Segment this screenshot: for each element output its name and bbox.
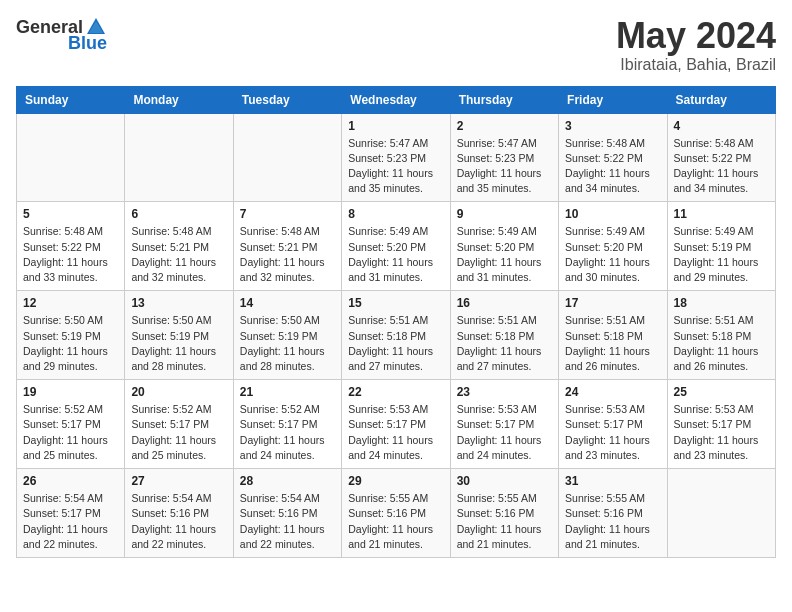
day-number: 6 <box>131 207 226 221</box>
week-row-2: 12Sunrise: 5:50 AM Sunset: 5:19 PM Dayli… <box>17 291 776 380</box>
day-cell: 8Sunrise: 5:49 AM Sunset: 5:20 PM Daylig… <box>342 202 450 291</box>
day-cell: 23Sunrise: 5:53 AM Sunset: 5:17 PM Dayli… <box>450 380 558 469</box>
header-friday: Friday <box>559 86 667 113</box>
day-number: 22 <box>348 385 443 399</box>
day-cell: 3Sunrise: 5:48 AM Sunset: 5:22 PM Daylig… <box>559 113 667 202</box>
day-number: 23 <box>457 385 552 399</box>
header-sunday: Sunday <box>17 86 125 113</box>
day-cell <box>233 113 341 202</box>
day-info: Sunrise: 5:51 AM Sunset: 5:18 PM Dayligh… <box>674 313 769 374</box>
day-cell: 22Sunrise: 5:53 AM Sunset: 5:17 PM Dayli… <box>342 380 450 469</box>
weekday-header-row: Sunday Monday Tuesday Wednesday Thursday… <box>17 86 776 113</box>
day-info: Sunrise: 5:55 AM Sunset: 5:16 PM Dayligh… <box>565 491 660 552</box>
day-number: 10 <box>565 207 660 221</box>
day-number: 9 <box>457 207 552 221</box>
day-info: Sunrise: 5:47 AM Sunset: 5:23 PM Dayligh… <box>348 136 443 197</box>
day-number: 3 <box>565 119 660 133</box>
day-number: 12 <box>23 296 118 310</box>
day-info: Sunrise: 5:55 AM Sunset: 5:16 PM Dayligh… <box>457 491 552 552</box>
day-info: Sunrise: 5:48 AM Sunset: 5:22 PM Dayligh… <box>674 136 769 197</box>
day-info: Sunrise: 5:53 AM Sunset: 5:17 PM Dayligh… <box>565 402 660 463</box>
day-info: Sunrise: 5:50 AM Sunset: 5:19 PM Dayligh… <box>23 313 118 374</box>
title-area: May 2024 Ibirataia, Bahia, Brazil <box>616 16 776 74</box>
week-row-3: 19Sunrise: 5:52 AM Sunset: 5:17 PM Dayli… <box>17 380 776 469</box>
day-info: Sunrise: 5:51 AM Sunset: 5:18 PM Dayligh… <box>348 313 443 374</box>
day-info: Sunrise: 5:48 AM Sunset: 5:22 PM Dayligh… <box>23 224 118 285</box>
day-number: 31 <box>565 474 660 488</box>
day-info: Sunrise: 5:51 AM Sunset: 5:18 PM Dayligh… <box>565 313 660 374</box>
day-cell: 1Sunrise: 5:47 AM Sunset: 5:23 PM Daylig… <box>342 113 450 202</box>
day-number: 28 <box>240 474 335 488</box>
day-number: 21 <box>240 385 335 399</box>
day-info: Sunrise: 5:54 AM Sunset: 5:17 PM Dayligh… <box>23 491 118 552</box>
day-cell: 15Sunrise: 5:51 AM Sunset: 5:18 PM Dayli… <box>342 291 450 380</box>
day-number: 20 <box>131 385 226 399</box>
header-saturday: Saturday <box>667 86 775 113</box>
day-number: 1 <box>348 119 443 133</box>
day-info: Sunrise: 5:52 AM Sunset: 5:17 PM Dayligh… <box>131 402 226 463</box>
day-cell: 14Sunrise: 5:50 AM Sunset: 5:19 PM Dayli… <box>233 291 341 380</box>
day-cell: 18Sunrise: 5:51 AM Sunset: 5:18 PM Dayli… <box>667 291 775 380</box>
logo-blue: Blue <box>68 34 107 52</box>
day-cell: 4Sunrise: 5:48 AM Sunset: 5:22 PM Daylig… <box>667 113 775 202</box>
header-tuesday: Tuesday <box>233 86 341 113</box>
day-cell: 21Sunrise: 5:52 AM Sunset: 5:17 PM Dayli… <box>233 380 341 469</box>
week-row-0: 1Sunrise: 5:47 AM Sunset: 5:23 PM Daylig… <box>17 113 776 202</box>
day-cell: 17Sunrise: 5:51 AM Sunset: 5:18 PM Dayli… <box>559 291 667 380</box>
day-info: Sunrise: 5:50 AM Sunset: 5:19 PM Dayligh… <box>131 313 226 374</box>
day-info: Sunrise: 5:49 AM Sunset: 5:19 PM Dayligh… <box>674 224 769 285</box>
day-number: 4 <box>674 119 769 133</box>
day-info: Sunrise: 5:50 AM Sunset: 5:19 PM Dayligh… <box>240 313 335 374</box>
day-number: 17 <box>565 296 660 310</box>
day-info: Sunrise: 5:55 AM Sunset: 5:16 PM Dayligh… <box>348 491 443 552</box>
day-number: 8 <box>348 207 443 221</box>
day-cell: 5Sunrise: 5:48 AM Sunset: 5:22 PM Daylig… <box>17 202 125 291</box>
logo: General Blue <box>16 16 107 52</box>
day-info: Sunrise: 5:54 AM Sunset: 5:16 PM Dayligh… <box>131 491 226 552</box>
day-info: Sunrise: 5:49 AM Sunset: 5:20 PM Dayligh… <box>565 224 660 285</box>
day-info: Sunrise: 5:48 AM Sunset: 5:21 PM Dayligh… <box>131 224 226 285</box>
day-info: Sunrise: 5:52 AM Sunset: 5:17 PM Dayligh… <box>23 402 118 463</box>
day-number: 13 <box>131 296 226 310</box>
day-cell: 31Sunrise: 5:55 AM Sunset: 5:16 PM Dayli… <box>559 469 667 558</box>
day-cell: 9Sunrise: 5:49 AM Sunset: 5:20 PM Daylig… <box>450 202 558 291</box>
day-number: 25 <box>674 385 769 399</box>
day-number: 29 <box>348 474 443 488</box>
day-cell <box>667 469 775 558</box>
day-number: 7 <box>240 207 335 221</box>
calendar-table: Sunday Monday Tuesday Wednesday Thursday… <box>16 86 776 558</box>
day-cell: 26Sunrise: 5:54 AM Sunset: 5:17 PM Dayli… <box>17 469 125 558</box>
day-info: Sunrise: 5:53 AM Sunset: 5:17 PM Dayligh… <box>348 402 443 463</box>
day-cell: 10Sunrise: 5:49 AM Sunset: 5:20 PM Dayli… <box>559 202 667 291</box>
day-info: Sunrise: 5:53 AM Sunset: 5:17 PM Dayligh… <box>674 402 769 463</box>
day-cell: 12Sunrise: 5:50 AM Sunset: 5:19 PM Dayli… <box>17 291 125 380</box>
day-number: 26 <box>23 474 118 488</box>
day-cell: 6Sunrise: 5:48 AM Sunset: 5:21 PM Daylig… <box>125 202 233 291</box>
day-cell: 11Sunrise: 5:49 AM Sunset: 5:19 PM Dayli… <box>667 202 775 291</box>
day-info: Sunrise: 5:49 AM Sunset: 5:20 PM Dayligh… <box>348 224 443 285</box>
day-cell: 27Sunrise: 5:54 AM Sunset: 5:16 PM Dayli… <box>125 469 233 558</box>
day-number: 15 <box>348 296 443 310</box>
day-cell: 2Sunrise: 5:47 AM Sunset: 5:23 PM Daylig… <box>450 113 558 202</box>
day-info: Sunrise: 5:48 AM Sunset: 5:21 PM Dayligh… <box>240 224 335 285</box>
day-info: Sunrise: 5:47 AM Sunset: 5:23 PM Dayligh… <box>457 136 552 197</box>
day-info: Sunrise: 5:52 AM Sunset: 5:17 PM Dayligh… <box>240 402 335 463</box>
day-number: 16 <box>457 296 552 310</box>
day-number: 5 <box>23 207 118 221</box>
day-number: 18 <box>674 296 769 310</box>
page-header: General Blue May 2024 Ibirataia, Bahia, … <box>16 16 776 74</box>
week-row-1: 5Sunrise: 5:48 AM Sunset: 5:22 PM Daylig… <box>17 202 776 291</box>
day-number: 11 <box>674 207 769 221</box>
day-cell: 28Sunrise: 5:54 AM Sunset: 5:16 PM Dayli… <box>233 469 341 558</box>
day-cell: 7Sunrise: 5:48 AM Sunset: 5:21 PM Daylig… <box>233 202 341 291</box>
day-number: 19 <box>23 385 118 399</box>
day-number: 14 <box>240 296 335 310</box>
day-info: Sunrise: 5:54 AM Sunset: 5:16 PM Dayligh… <box>240 491 335 552</box>
header-thursday: Thursday <box>450 86 558 113</box>
header-monday: Monday <box>125 86 233 113</box>
week-row-4: 26Sunrise: 5:54 AM Sunset: 5:17 PM Dayli… <box>17 469 776 558</box>
day-number: 30 <box>457 474 552 488</box>
day-info: Sunrise: 5:48 AM Sunset: 5:22 PM Dayligh… <box>565 136 660 197</box>
day-cell <box>17 113 125 202</box>
day-cell: 19Sunrise: 5:52 AM Sunset: 5:17 PM Dayli… <box>17 380 125 469</box>
